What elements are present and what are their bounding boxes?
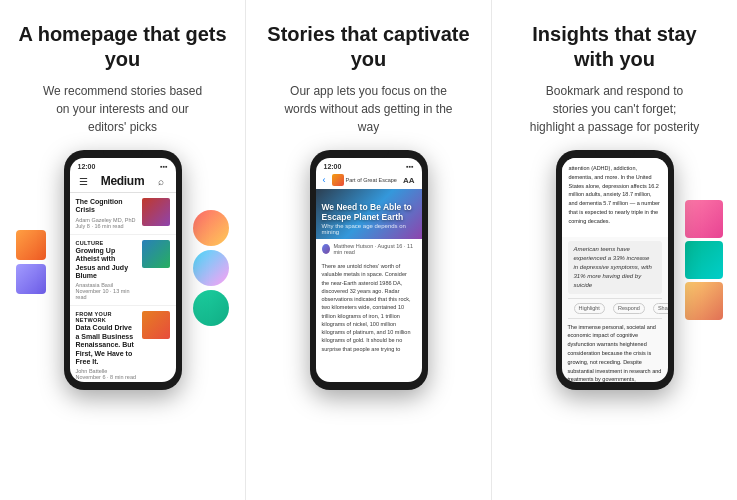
story-thumb-1 (142, 198, 170, 226)
pub-icon (332, 174, 344, 186)
story-date-1: July 8 · 16 min read (76, 223, 137, 229)
panel3-phone: attention (ADHD), addiction, dementia, a… (556, 150, 674, 390)
story-text-2: CULTURE Growing Up Atheist with Jesus an… (76, 240, 137, 301)
story-item-2[interactable]: CULTURE Growing Up Atheist with Jesus an… (70, 235, 176, 307)
story-title-1: The Cognition Crisis (76, 198, 137, 215)
panel2-screen: 12:00 ▪▪▪ ‹ Part of Great Escape AA We N… (316, 158, 422, 382)
deco-r3-2 (685, 241, 723, 279)
screen3-highlight: American teens have experienced a 33% in… (568, 241, 662, 294)
panel3-screen: attention (ADHD), addiction, dementia, a… (562, 158, 668, 382)
author-info: Matthew Hutson · August 16 · 11 min read (334, 243, 416, 255)
panel1-phone-wrap: 12:00 ▪▪▪ ☰ Medium ⌕ The Cognition Crisi… (18, 150, 227, 484)
story-item-1[interactable]: The Cognition Crisis Adam Gazeley MD, Ph… (70, 193, 176, 235)
respond-button[interactable]: Respond (613, 303, 645, 314)
phone-notch-3 (595, 150, 635, 158)
deco-circle-3 (193, 290, 229, 326)
panel3-phone-wrap: attention (ADHD), addiction, dementia, a… (510, 150, 719, 484)
panel1-deco-right (193, 210, 229, 326)
story-thumb-3 (142, 311, 170, 339)
story-text-3: FROM YOUR NETWORK Data Could Drive a Sma… (76, 311, 137, 380)
panel1-deco-left (16, 230, 46, 294)
panel-homepage: A homepage that gets you We recommend st… (0, 0, 245, 500)
screen3-upper-text: attention (ADHD), addiction, dementia, a… (562, 158, 668, 237)
deco-r3-1 (685, 200, 723, 238)
article-hero: We Need to Be Able to Escape Planet Eart… (316, 189, 422, 239)
panel3-desc: Bookmark and respond to stories you can'… (530, 82, 700, 136)
statusbar-2: 12:00 ▪▪▪ (316, 158, 422, 172)
panel1-screen: 12:00 ▪▪▪ ☰ Medium ⌕ The Cognition Crisi… (70, 158, 176, 382)
screen2-topbar: ‹ Part of Great Escape AA (316, 172, 422, 189)
medium-logo: Medium (101, 174, 145, 188)
article-hero-overlay: We Need to Be Able to Escape Planet Eart… (316, 198, 422, 239)
statusbar-1: 12:00 ▪▪▪ (70, 158, 176, 172)
panel2-title: Stories that captivate you (264, 22, 473, 72)
screen3-actions: Highlight Respond Share ··· (568, 298, 662, 319)
panel2-phone-wrap: 12:00 ▪▪▪ ‹ Part of Great Escape AA We N… (264, 150, 473, 484)
person-icon: ☰ (78, 175, 90, 187)
publication-badge: Part of Great Escape (332, 174, 397, 186)
story-author-1: Adam Gazeley MD, PhD (76, 217, 137, 223)
story-title-2: Growing Up Atheist with Jesus and Judy B… (76, 247, 137, 281)
panel2-desc: Our app lets you focus on the words with… (284, 82, 454, 136)
story-date-3: November 6 · 8 min read (76, 374, 137, 380)
screen1-header: ☰ Medium ⌕ (70, 172, 176, 193)
article-body: There are untold riches' worth of valuab… (316, 259, 422, 356)
deco-r3-3 (685, 282, 723, 320)
pub-name: Part of Great Escape (346, 177, 397, 183)
screen3-lower: The immense personal, societal and econo… (562, 319, 668, 382)
highlight-button[interactable]: Highlight (574, 303, 605, 314)
story-tag-2: CULTURE (76, 240, 137, 246)
back-button[interactable]: ‹ (323, 175, 326, 185)
panel1-title: A homepage that gets you (18, 22, 227, 72)
deco-circle-1 (193, 210, 229, 246)
screen3-highlight-text: American teens have experienced a 33% in… (574, 245, 656, 290)
story-title-3: Data Could Drive a Small Business Renais… (76, 324, 137, 366)
article-meta: Matthew Hutson · August 16 · 11 min read (316, 239, 422, 259)
deco-circle-2 (193, 250, 229, 286)
font-size-button[interactable]: AA (403, 176, 415, 185)
panel-insights: Insights that stay with you Bookmark and… (491, 0, 737, 500)
author-avatar (322, 244, 330, 254)
phone-notch-1 (103, 150, 143, 158)
screen3-lower-text: The immense personal, societal and econo… (568, 323, 662, 382)
screen3-body-upper: attention (ADHD), addiction, dementia, a… (569, 164, 661, 226)
story-thumb-2 (142, 240, 170, 268)
panel2-phone: 12:00 ▪▪▪ ‹ Part of Great Escape AA We N… (310, 150, 428, 390)
panel3-deco-right (685, 200, 723, 320)
story-item-3[interactable]: FROM YOUR NETWORK Data Could Drive a Sma… (70, 306, 176, 382)
phone-notch-2 (349, 150, 389, 158)
story-tag-3: FROM YOUR NETWORK (76, 311, 137, 323)
deco-square-2 (16, 264, 46, 294)
panel-stories: Stories that captivate you Our app lets … (245, 0, 491, 500)
deco-square-1 (16, 230, 46, 260)
article-subtitle: Why the space age depends on mining (322, 223, 416, 235)
search-icon[interactable]: ⌕ (155, 175, 167, 187)
share-button[interactable]: Share (653, 303, 668, 314)
story-text-1: The Cognition Crisis Adam Gazeley MD, Ph… (76, 198, 137, 229)
article-title: We Need to Be Able to Escape Planet Eart… (322, 202, 416, 222)
panel1-desc: We recommend stories based on your inter… (38, 82, 208, 136)
panel1-phone: 12:00 ▪▪▪ ☰ Medium ⌕ The Cognition Crisi… (64, 150, 182, 390)
story-date-2: November 10 · 13 min read (76, 288, 137, 300)
panel3-title: Insights that stay with you (510, 22, 719, 72)
